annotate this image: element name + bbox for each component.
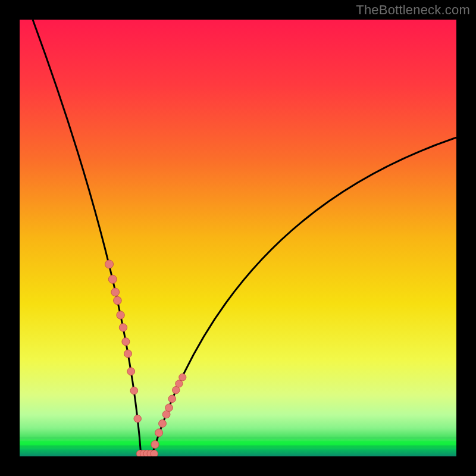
chart-marker — [124, 350, 132, 358]
chart-marker — [162, 411, 170, 418]
svg-rect-0 — [20, 437, 456, 439]
chart-marker — [151, 440, 159, 448]
chart-svg — [20, 20, 456, 456]
chart-plot-area — [20, 20, 456, 456]
chart-frame: TheBottleneck.com — [0, 0, 476, 476]
chart-marker — [134, 415, 141, 422]
chart-marker — [114, 296, 122, 305]
chart-marker — [179, 374, 186, 381]
chart-marker — [119, 324, 127, 331]
chart-marker — [130, 387, 138, 394]
chart-marker — [155, 429, 163, 437]
chart-marker — [151, 450, 158, 456]
chart-marker — [165, 404, 173, 412]
chart-background-gradient — [20, 20, 456, 456]
chart-marker — [176, 380, 183, 387]
svg-rect-1 — [20, 441, 456, 443]
chart-marker — [117, 311, 124, 319]
chart-marker — [168, 395, 176, 402]
chart-marker — [111, 288, 120, 296]
chart-marker — [122, 338, 130, 346]
chart-marker — [105, 260, 114, 268]
chart-marker — [108, 275, 117, 283]
svg-rect-2 — [20, 446, 456, 448]
chart-marker — [159, 419, 167, 427]
watermark-text: TheBottleneck.com — [356, 2, 470, 18]
chart-green-bands — [20, 437, 456, 447]
chart-marker — [127, 368, 135, 375]
